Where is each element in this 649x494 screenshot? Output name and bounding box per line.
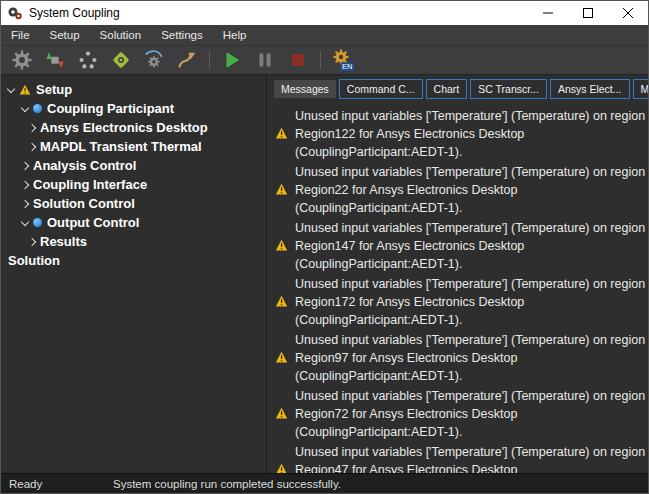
messages-list: Unused input variables ['Temperature'] (… (267, 102, 648, 473)
manage-participants-icon (44, 49, 66, 71)
connections-dots-icon (77, 49, 99, 71)
message-item: Unused input variables ['Temperature'] (… (275, 163, 648, 217)
tree-item-label: Ansys Electronics Desktop (40, 120, 208, 135)
tab-messages[interactable]: Messages (274, 80, 336, 98)
ensight-label: EN (342, 62, 352, 71)
tab-sc-transcr[interactable]: SC Transcr... (470, 79, 547, 99)
window-title: System Coupling (29, 6, 120, 20)
message-line-1: Unused input variables ['Temperature'] (… (295, 331, 648, 349)
menubar: FileSetupSolutionSettingsHelp (1, 25, 648, 46)
settings-gear-button[interactable] (9, 48, 35, 73)
tab-command-c[interactable]: Command C... (339, 79, 423, 99)
maximize-button[interactable] (568, 1, 608, 25)
tree-item-coupling-participant[interactable]: Coupling Participant (1, 99, 266, 118)
tab-chart[interactable]: Chart (426, 79, 468, 99)
stop-solve-button[interactable] (285, 48, 311, 73)
tab-mapdl-tra[interactable]: MAPDL Tra... (633, 79, 648, 99)
flowchart-button[interactable] (174, 48, 200, 73)
expander-icon[interactable] (28, 123, 36, 131)
tree-item-solution[interactable]: Solution (1, 251, 266, 270)
message-text: Unused input variables ['Temperature'] (… (295, 219, 648, 273)
message-line-2: Region97 for Ansys Electronics Desktop (295, 349, 648, 367)
tree-item-label: Solution Control (33, 196, 135, 211)
menu-item-solution[interactable]: Solution (90, 29, 152, 41)
expander-icon[interactable] (21, 199, 29, 207)
message-line-2: Region72 for Ansys Electronics Desktop (295, 405, 648, 423)
run-solve-button[interactable] (219, 48, 245, 73)
expander-icon[interactable] (7, 84, 15, 92)
tree-item-mapdl-transient-thermal[interactable]: MAPDL Transient Thermal (1, 137, 266, 156)
tree-item-label: Coupling Interface (33, 177, 147, 192)
message-line-1: Unused input variables ['Temperature'] (… (295, 275, 648, 293)
message-line-2: Region122 for Ansys Electronics Desktop (295, 125, 648, 143)
message-line-1: Unused input variables ['Temperature'] (… (295, 163, 648, 181)
tree-item-results[interactable]: Results (1, 232, 266, 251)
manage-participants-button[interactable] (42, 48, 68, 73)
message-item: Unused input variables ['Temperature'] (… (275, 331, 648, 385)
expander-icon[interactable] (21, 180, 29, 188)
tree-item-analysis-control[interactable]: Analysis Control (1, 156, 266, 175)
message-line-2: Region147 for Ansys Electronics Desktop (295, 237, 648, 255)
expander-icon[interactable] (28, 237, 36, 245)
toolbar-separator (209, 51, 210, 69)
menu-item-file[interactable]: File (1, 29, 40, 41)
expander-icon[interactable] (21, 103, 29, 111)
tree-item-solution-control[interactable]: Solution Control (1, 194, 266, 213)
warning-icon (275, 351, 288, 364)
app-icon (7, 5, 23, 21)
warning-icon (275, 463, 288, 473)
message-line-2: Region22 for Ansys Electronics Desktop (295, 181, 648, 199)
tree-item-label: Output Control (47, 215, 139, 230)
menu-item-help[interactable]: Help (213, 29, 257, 41)
minimize-button[interactable] (528, 1, 568, 25)
pause-icon (254, 49, 276, 71)
tab-ansys-elect[interactable]: Ansys Elect... (550, 79, 630, 99)
message-line-3: (CouplingParticipant:AEDT-1). (295, 199, 648, 217)
warning-icon (275, 127, 288, 140)
statusbar: Ready System coupling run completed succ… (1, 473, 648, 493)
menu-item-setup[interactable]: Setup (40, 29, 90, 41)
tree-item-coupling-interface[interactable]: Coupling Interface (1, 175, 266, 194)
stop-icon (287, 49, 309, 71)
warning-icon (275, 407, 288, 420)
tree-item-setup[interactable]: Setup (1, 80, 266, 99)
app-window: System Coupling FileSetupSolutionSetting… (0, 0, 649, 494)
status-dot-icon (33, 104, 42, 113)
message-line-3: (CouplingParticipant:AEDT-1). (295, 367, 648, 385)
message-text: Unused input variables ['Temperature'] (… (295, 443, 648, 473)
tree-item-output-control[interactable]: Output Control (1, 213, 266, 232)
right-panel: MessagesCommand C...ChartSC Transcr...An… (267, 75, 648, 473)
flowchart-arrow-icon (176, 49, 198, 71)
expander-icon[interactable] (21, 161, 29, 169)
message-text: Unused input variables ['Temperature'] (… (295, 107, 648, 161)
tree-item-label: Analysis Control (33, 158, 136, 173)
message-line-1: Unused input variables ['Temperature'] (… (295, 387, 648, 405)
menu-item-settings[interactable]: Settings (151, 29, 213, 41)
tab-bar: MessagesCommand C...ChartSC Transcr...An… (267, 75, 648, 102)
message-line-3: (CouplingParticipant:AEDT-1). (295, 423, 648, 441)
window-controls (528, 1, 648, 25)
update-settings-button[interactable] (141, 48, 167, 73)
status-dot-icon (33, 218, 42, 227)
tree-item-ansys-electronics-desktop[interactable]: Ansys Electronics Desktop (1, 118, 266, 137)
ensight-gear-icon: EN (331, 48, 355, 72)
settings-gear-icon (11, 49, 33, 71)
pause-solve-button[interactable] (252, 48, 278, 73)
message-text: Unused input variables ['Temperature'] (… (295, 275, 648, 329)
connections-button[interactable] (75, 48, 101, 73)
warning-icon (275, 183, 288, 196)
message-line-1: Unused input variables ['Temperature'] (… (295, 219, 648, 237)
message-line-3: (CouplingParticipant:AEDT-1). (295, 143, 648, 161)
tree-item-label: Setup (36, 82, 72, 97)
ensight-button[interactable]: EN (330, 48, 356, 73)
tree-item-label: MAPDL Transient Thermal (40, 139, 202, 154)
message-line-1: Unused input variables ['Temperature'] (… (295, 107, 648, 125)
expander-icon[interactable] (21, 217, 29, 225)
warning-icon (19, 84, 31, 96)
script-gear-button[interactable] (108, 48, 134, 73)
close-button[interactable] (608, 1, 648, 25)
expander-icon[interactable] (28, 142, 36, 150)
message-text: Unused input variables ['Temperature'] (… (295, 331, 648, 385)
script-gear-icon (110, 49, 132, 71)
toolbar-separator (320, 51, 321, 69)
